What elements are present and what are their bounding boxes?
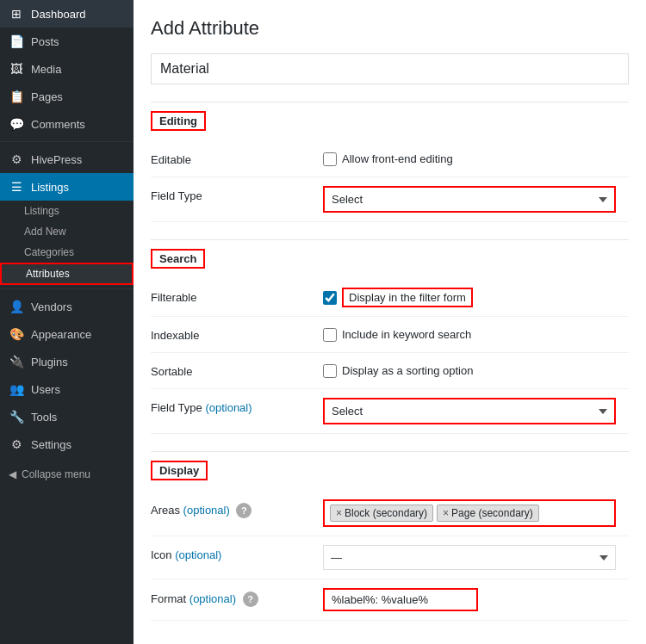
search-field-type-label: Field Type (optional) — [151, 389, 323, 434]
main-content: Add Attribute Editing Editable Allow fro… — [134, 0, 646, 644]
icon-optional: (optional) — [175, 548, 221, 561]
display-form-table: Areas (optional) ? × Block (secondary) × — [151, 491, 629, 621]
sidebar-item-label: Appearance — [31, 328, 91, 341]
collapse-menu-button[interactable]: ◀ Collapse menu — [0, 461, 134, 487]
page-title: Add Attribute — [151, 17, 629, 40]
sortable-label: Sortable — [151, 353, 323, 389]
format-optional: (optional) — [189, 592, 236, 605]
sidebar-item-label: Pages — [31, 90, 63, 103]
display-section: Display Areas (optional) ? × Block (seco… — [151, 451, 629, 621]
indexable-row: Indexable Include in keyword search — [151, 317, 629, 353]
sidebar-item-vendors[interactable]: 👤 Vendors — [0, 293, 134, 320]
appearance-icon: 🎨 — [9, 327, 24, 341]
collapse-icon: ◀ — [9, 468, 16, 480]
indexable-label: Indexable — [151, 317, 323, 353]
indexable-checkbox-text: Include in keyword search — [342, 328, 471, 341]
editable-checkbox[interactable] — [323, 152, 337, 166]
vendors-icon: 👤 — [9, 300, 24, 313]
search-form-table: Filterable Display in the filter form In… — [151, 279, 629, 434]
sidebar-sub-add-new[interactable]: Add New — [0, 221, 134, 242]
sidebar: ⊞ Dashboard 📄 Posts 🖼 Media 📋 Pages 💬 Co… — [0, 0, 134, 644]
sidebar-item-label: Vendors — [31, 300, 72, 313]
sidebar-sub-listings[interactable]: Listings — [0, 201, 134, 221]
format-input[interactable] — [323, 588, 478, 611]
media-icon: 🖼 — [9, 62, 24, 76]
sidebar-item-dashboard[interactable]: ⊞ Dashboard — [0, 0, 134, 28]
sortable-checkbox-text: Display as a sorting option — [342, 364, 473, 377]
search-field-type-optional: (optional) — [205, 401, 252, 414]
filterable-checkbox-text: Display in the filter form — [342, 288, 473, 307]
comments-icon: 💬 — [9, 117, 24, 131]
areas-tags-container[interactable]: × Block (secondary) × Page (secondary) — [323, 499, 616, 527]
sidebar-item-plugins[interactable]: 🔌 Plugins — [0, 348, 134, 375]
tools-icon: 🔧 — [9, 410, 24, 424]
listings-icon: ☰ — [9, 180, 24, 194]
search-section: Search Filterable Display in the filter … — [151, 239, 629, 434]
tag-block-secondary: × Block (secondary) — [330, 505, 433, 522]
tag-label: Block (secondary) — [345, 507, 427, 519]
settings-icon: ⚙ — [9, 437, 24, 451]
sidebar-item-listings[interactable]: ☰ Listings — [0, 173, 134, 201]
sortable-row: Sortable Display as a sorting option — [151, 353, 629, 389]
sidebar-item-label: Plugins — [31, 356, 68, 368]
editable-checkbox-label[interactable]: Allow front-end editing — [323, 152, 629, 166]
format-help-icon[interactable]: ? — [243, 591, 258, 607]
sidebar-item-label: Tools — [31, 411, 57, 424]
tag-page-secondary: × Page (secondary) — [437, 505, 539, 522]
sidebar-item-comments[interactable]: 💬 Comments — [0, 110, 134, 138]
users-icon: 👥 — [9, 382, 24, 396]
editable-row: Editable Allow front-end editing — [151, 141, 629, 177]
sidebar-item-hivepress[interactable]: ⚙ HivePress — [0, 146, 134, 173]
editing-section: Editing Editable Allow front-end editing… — [151, 102, 629, 222]
sidebar-item-users[interactable]: 👥 Users — [0, 375, 134, 403]
sidebar-item-posts[interactable]: 📄 Posts — [0, 28, 134, 55]
areas-help-icon[interactable]: ? — [236, 503, 252, 518]
editing-field-type-select[interactable]: Select Text Number Checkbox Radio Textar… — [323, 186, 616, 213]
dashboard-icon: ⊞ — [9, 7, 24, 21]
filterable-checkbox[interactable] — [323, 291, 337, 305]
indexable-checkbox-label[interactable]: Include in keyword search — [323, 328, 629, 342]
areas-row: Areas (optional) ? × Block (secondary) × — [151, 491, 629, 536]
sidebar-item-appearance[interactable]: 🎨 Appearance — [0, 320, 134, 348]
editing-field-type-row: Field Type Select Text Number Checkbox R… — [151, 177, 629, 222]
sidebar-item-label: Users — [31, 383, 60, 396]
sidebar-item-label: Media — [31, 63, 61, 76]
sidebar-sub-attributes[interactable]: Attributes — [0, 263, 134, 285]
display-section-label: Display — [151, 461, 208, 480]
icon-label: Icon (optional) — [151, 536, 323, 579]
sidebar-item-label: Dashboard — [31, 8, 86, 21]
sidebar-item-settings[interactable]: ⚙ Settings — [0, 430, 134, 458]
sidebar-item-label: HivePress — [31, 153, 82, 166]
icon-select[interactable]: — — [323, 545, 616, 570]
format-label: Format (optional) ? — [151, 579, 323, 621]
posts-icon: 📄 — [9, 34, 24, 48]
sidebar-item-media[interactable]: 🖼 Media — [0, 55, 134, 83]
sidebar-item-label: Listings — [31, 181, 69, 194]
search-field-type-select[interactable]: Select Text Number Checkbox Radio — [323, 398, 616, 424]
tag-remove-page[interactable]: × — [443, 507, 449, 519]
filterable-row: Filterable Display in the filter form — [151, 279, 629, 317]
sidebar-sub-categories[interactable]: Categories — [0, 242, 134, 263]
tag-remove-block[interactable]: × — [336, 507, 342, 519]
editable-checkbox-text: Allow front-end editing — [342, 152, 453, 165]
sidebar-item-tools[interactable]: 🔧 Tools — [0, 403, 134, 430]
sortable-checkbox-label[interactable]: Display as a sorting option — [323, 364, 629, 378]
plugins-icon: 🔌 — [9, 355, 24, 368]
sortable-checkbox[interactable] — [323, 364, 337, 378]
sidebar-item-label: Posts — [31, 35, 59, 48]
search-section-label: Search — [151, 249, 205, 269]
format-row: Format (optional) ? — [151, 579, 629, 621]
editing-form-table: Editable Allow front-end editing Field T… — [151, 141, 629, 222]
areas-optional: (optional) — [183, 504, 230, 517]
search-field-type-row: Field Type (optional) Select Text Number… — [151, 389, 629, 434]
attribute-name-input[interactable] — [151, 53, 629, 84]
sidebar-item-label: Settings — [31, 438, 71, 451]
sidebar-item-label: Comments — [31, 118, 85, 131]
editable-label: Editable — [151, 141, 323, 177]
sidebar-item-pages[interactable]: 📋 Pages — [0, 83, 134, 110]
indexable-checkbox[interactable] — [323, 328, 337, 342]
collapse-label: Collapse menu — [22, 468, 90, 480]
filterable-checkbox-label[interactable]: Display in the filter form — [323, 288, 629, 307]
editing-field-type-label: Field Type — [151, 177, 323, 222]
editing-section-label: Editing — [151, 111, 206, 131]
